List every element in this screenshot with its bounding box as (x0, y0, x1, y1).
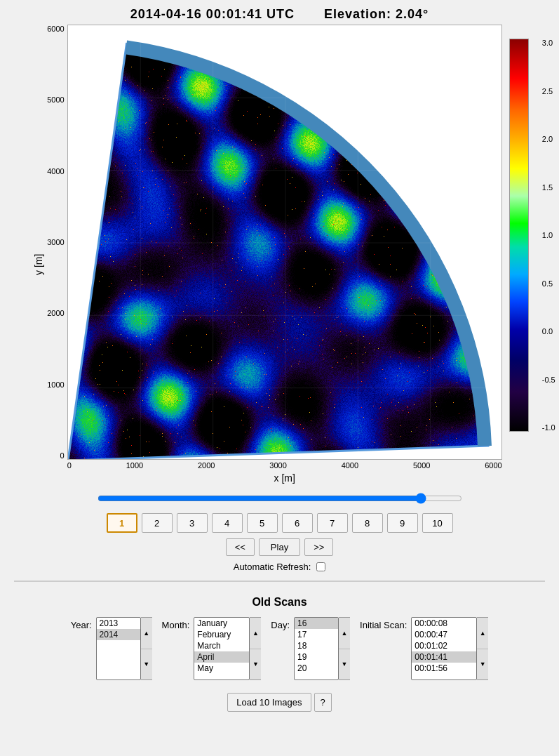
frame-button-10[interactable]: 10 (422, 513, 453, 533)
x-axis-title: x [m] (274, 472, 295, 484)
frame-button-2[interactable]: 2 (142, 513, 173, 533)
x-tick: 2000 (198, 461, 215, 470)
month-label: Month: (162, 617, 190, 630)
day-group: Day: 1617181920 ▲ ▼ (271, 617, 350, 680)
scan-listbox[interactable]: 00:00:0800:00:4700:01:0200:01:4100:01:56 (411, 617, 477, 680)
title-row: 2014-04-16 00:01:41 UTC Elevation: 2.04° (14, 7, 545, 22)
colorbar-tick: 0.5 (542, 279, 555, 288)
frame-button-4[interactable]: 4 (212, 513, 243, 533)
x-axis-ticks: 0100020003000400050006000 (67, 460, 502, 471)
colorbar-ticks: 3.02.52.01.51.00.50.0-0.5-1.0 (542, 39, 555, 432)
help-button[interactable]: ? (314, 693, 332, 712)
month-list-with-arrows: JanuaryFebruaryMarchAprilMay ▲ ▼ (194, 617, 261, 680)
colorbar-wrapper: 3.02.52.01.51.00.50.0-0.5-1.0 (509, 25, 529, 484)
nav-buttons: << Play >> (226, 538, 334, 556)
colorbar-tick: -0.5 (542, 376, 555, 384)
plot-column: 0100020003000400050006000 x [m] (67, 25, 502, 484)
frame-slider[interactable] (97, 492, 462, 505)
next-button[interactable]: >> (304, 538, 333, 556)
auto-refresh-row: Automatic Refresh: (234, 562, 326, 572)
day-down-arrow[interactable]: ▼ (339, 649, 350, 680)
y-tick: 1000 (47, 380, 64, 389)
radar-canvas (68, 25, 502, 460)
month-group: Month: JanuaryFebruaryMarchAprilMay ▲ ▼ (162, 617, 262, 680)
y-tick: 0 (47, 451, 64, 460)
divider (14, 581, 545, 582)
y-tick: 5000 (47, 95, 64, 104)
x-tick: 6000 (485, 461, 501, 470)
y-axis-title: y [m] (30, 25, 47, 484)
month-down-arrow[interactable]: ▼ (250, 649, 261, 680)
old-scans-section: Old Scans Year: 20132014 ▲ ▼ Month: Janu… (14, 590, 545, 717)
scan-arrows: ▲ ▼ (477, 617, 488, 680)
scan-label: Initial Scan: (360, 617, 407, 630)
month-listbox[interactable]: JanuaryFebruaryMarchAprilMay (194, 617, 250, 680)
y-tick: 4000 (47, 167, 64, 175)
prev-button[interactable]: << (226, 538, 255, 556)
frame-button-9[interactable]: 9 (387, 513, 418, 533)
scan-up-arrow[interactable]: ▲ (477, 618, 488, 649)
main-container: 2014-04-16 00:01:41 UTC Elevation: 2.04°… (0, 0, 559, 724)
day-list-with-arrows: 1617181920 ▲ ▼ (294, 617, 350, 680)
colorbar-tick: 1.5 (542, 183, 555, 192)
year-up-arrow[interactable]: ▲ (141, 618, 152, 649)
frame-button-8[interactable]: 8 (352, 513, 383, 533)
year-list-with-arrows: 20132014 ▲ ▼ (96, 617, 152, 680)
day-label: Day: (271, 617, 290, 630)
colorbar-tick: 2.5 (542, 87, 555, 95)
elevation-label: Elevation: 2.04° (324, 7, 429, 21)
controls-section: 12345678910 << Play >> Automatic Refresh… (14, 492, 545, 572)
y-tick: 6000 (47, 25, 64, 33)
x-tick: 0 (67, 461, 72, 470)
load-images-button[interactable]: Load 10 Images (227, 693, 311, 712)
y-tick: 2000 (47, 309, 64, 317)
frame-button-6[interactable]: 6 (282, 513, 313, 533)
colorbar-tick: -1.0 (542, 423, 555, 432)
y-axis-ticks: 6000500040003000200010000 (47, 25, 67, 460)
scan-down-arrow[interactable]: ▼ (477, 649, 488, 680)
frame-buttons: 12345678910 (107, 513, 453, 533)
frame-button-5[interactable]: 5 (247, 513, 278, 533)
day-up-arrow[interactable]: ▲ (339, 618, 350, 649)
plot-with-ticks: 6000500040003000200010000 01000200030004… (47, 25, 501, 484)
colorbar-tick: 1.0 (542, 231, 555, 239)
year-label: Year: (71, 617, 92, 630)
slider-row (97, 492, 462, 508)
old-scans-title: Old Scans (252, 596, 307, 609)
frame-button-7[interactable]: 7 (317, 513, 348, 533)
chart-area: y [m] 6000500040003000200010000 01000200… (14, 25, 545, 484)
x-tick: 4000 (342, 461, 358, 470)
colorbar-tick: 0.0 (542, 327, 555, 336)
year-listbox[interactable]: 20132014 (96, 617, 141, 680)
auto-refresh-checkbox[interactable] (316, 562, 325, 571)
month-up-arrow[interactable]: ▲ (250, 618, 261, 649)
month-arrows: ▲ ▼ (250, 617, 261, 680)
year-group: Year: 20132014 ▲ ▼ (71, 617, 152, 680)
colorbar-tick: 3.0 (542, 39, 555, 47)
scan-list-with-arrows: 00:00:0800:00:4700:01:0200:01:4100:01:56… (411, 617, 488, 680)
x-tick: 1000 (126, 461, 143, 470)
old-scans-controls: Year: 20132014 ▲ ▼ Month: JanuaryFebruar… (14, 617, 545, 712)
year-arrows: ▲ ▼ (141, 617, 152, 680)
colorbar-tick: 2.0 (542, 135, 555, 143)
year-down-arrow[interactable]: ▼ (141, 649, 152, 680)
y-tick: 3000 (47, 238, 64, 246)
play-button[interactable]: Play (259, 538, 300, 556)
action-buttons: Load 10 Images ? (227, 690, 331, 712)
day-arrows: ▲ ▼ (339, 617, 350, 680)
frame-button-1[interactable]: 1 (107, 513, 137, 533)
x-tick: 3000 (269, 461, 286, 470)
load-help-row: Load 10 Images ? (227, 693, 331, 712)
frame-button-3[interactable]: 3 (177, 513, 208, 533)
auto-refresh-label: Automatic Refresh: (234, 562, 311, 572)
radar-plot (67, 25, 502, 460)
x-tick: 5000 (413, 461, 430, 470)
scan-group: Initial Scan: 00:00:0800:00:4700:01:0200… (360, 617, 488, 680)
datetime-label: 2014-04-16 00:01:41 UTC (130, 7, 295, 21)
colorbar (509, 39, 529, 432)
day-listbox[interactable]: 1617181920 (294, 617, 339, 680)
